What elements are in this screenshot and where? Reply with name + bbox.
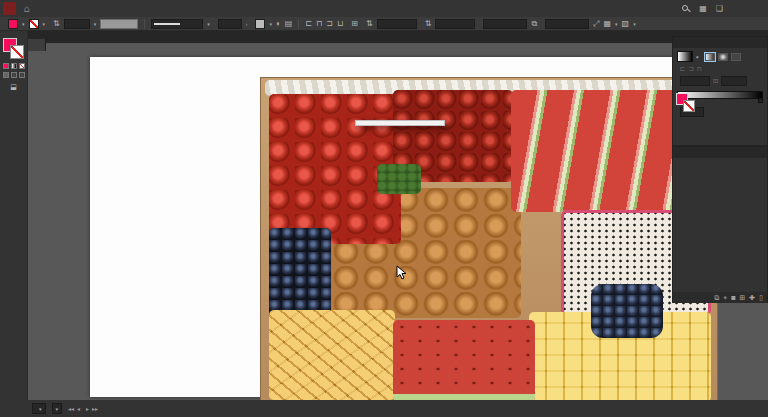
toolbar-stroke-swatch[interactable] [10,45,24,59]
search-icon[interactable] [682,5,690,13]
scale-corners-icon[interactable]: ⤢ [593,19,599,29]
none-mode-button[interactable] [19,63,25,69]
color-mode-button[interactable] [3,63,9,69]
align-right-icon[interactable]: ⊐ [326,19,333,28]
new-layer-icon[interactable]: ✚ [749,294,755,302]
x-stepper-icon[interactable]: ⇅ [366,19,373,28]
draw-behind-button[interactable] [11,72,17,78]
document-setup-icon[interactable]: ◐ [276,19,281,28]
locate-object-icon[interactable]: ⌖ [723,294,727,302]
layer-list [673,158,767,292]
next-artboard-icon[interactable]: ▸ [86,405,89,412]
gradient-fill-stroke-proxy [676,93,696,113]
illustrator-logo-icon [3,2,16,15]
make-clipping-mask-icon[interactable]: ⧉ [714,294,719,302]
gradient-stroke-proxy[interactable] [683,100,695,112]
distribute-icon[interactable]: ⊔ [337,19,343,28]
canvas-area[interactable] [28,43,768,400]
home-icon[interactable]: ⌂ [24,3,30,14]
draw-normal-button[interactable] [3,72,9,78]
stroke-across-icon: ⊓ [697,65,702,73]
gradient-panel: ▾ ⊏ ⊐ ⊓ ⊡ [672,36,768,146]
layers-panel-tabs [673,147,767,158]
style-caret-icon[interactable]: ▾ [269,21,272,27]
stroke-caret-icon[interactable]: ▾ [43,21,46,27]
last-artboard-icon[interactable]: ▸▸ [92,405,98,412]
stroke-stepper-icon[interactable]: ⇅ [53,19,60,28]
first-artboard-icon[interactable]: ◂◂ [68,405,74,412]
transform-options-icon[interactable]: ▦ [604,19,612,28]
stroke-along-icon: ⊐ [688,65,693,73]
zoom-level-dropdown[interactable]: ▾ [32,403,46,414]
stroke-weight-input[interactable] [64,19,90,29]
gradient-thumbnail[interactable] [677,51,693,62]
aspect-ratio-input [721,76,747,86]
stroke-weight-caret-icon[interactable]: ▾ [94,21,97,27]
linear-gradient-button[interactable] [705,53,715,61]
aspect-ratio-icon: ⊡ [713,77,718,85]
gradient-mode-button[interactable] [11,63,17,69]
document-tab-bar [28,31,768,43]
h-input[interactable] [545,19,589,29]
align-left-icon[interactable]: ⊏ [305,19,312,28]
tool-grid [0,31,27,33]
status-bar: ▾ ▾ ◂◂ ◂ ▸ ▸▸ [0,400,768,417]
artboard[interactable] [90,57,702,397]
opacity-input[interactable] [218,19,242,29]
screen-mode-icon[interactable]: ⬓ [0,82,27,92]
fruit-tray-image[interactable] [260,77,718,400]
y-input[interactable] [435,19,475,29]
menu-bar: ⌂ ▦ ❏ [0,0,768,17]
y-stepper-icon[interactable]: ⇅ [425,19,432,28]
fill-stroke-proxy [3,38,25,60]
watermelon-bottom-region [393,320,535,400]
gradient-angle-input [680,76,710,86]
more-caret-icon[interactable]: ▾ [633,21,636,27]
transform-caret-icon[interactable]: ▾ [615,21,618,27]
new-sublayer-icon[interactable]: ⊞ [739,294,745,302]
delete-layer-icon[interactable]: ▯ [759,294,763,302]
tools-panel: ⬓ [0,31,28,400]
leaves-region [377,164,421,194]
opacity-more-icon[interactable]: › [246,21,248,27]
control-bar: ▾ ▾ ⇅ ▾ ▾ › ▾ ◐ ▤ ⊏ ⊓ ⊐ ⊔ ⊞ ⇅ ⇅ ⧉ ⤢ ▦▾ ▧… [0,17,768,31]
width-profile-dropdown[interactable] [100,19,138,29]
radial-gradient-button[interactable] [718,53,728,61]
layers-panel: ⧉ ⌖ ◙ ⊞ ✚ ▯ [672,146,768,303]
brush-dropdown[interactable] [151,19,203,29]
make-mask-icon[interactable]: ◙ [731,294,735,302]
artboard-nav-dropdown[interactable]: ▾ [52,403,63,414]
gradient-thumb-caret-icon[interactable]: ▾ [696,54,699,60]
align-center-icon[interactable]: ⊓ [316,19,322,28]
stroke-color-swatch[interactable] [29,19,39,29]
x-input[interactable] [377,19,417,29]
document-tab[interactable] [28,39,46,51]
freeform-gradient-button[interactable] [731,53,741,61]
gradient-panel-tabs [673,37,767,48]
constrain-link-icon[interactable]: ⧉ [531,19,537,29]
brush-caret-icon[interactable]: ▾ [207,21,210,27]
melon-chunks-region [269,310,395,400]
layers-footer: ⧉ ⌖ ◙ ⊞ ✚ ▯ [673,292,767,303]
fill-color-swatch[interactable] [8,19,18,29]
style-swatch[interactable] [255,19,265,29]
blueberries-right-region [591,284,663,338]
reference-point-icon[interactable]: ⊞ [351,19,358,28]
preferences-icon[interactable]: ▤ [285,19,293,28]
draw-inside-button[interactable] [19,72,25,78]
prev-artboard-icon[interactable]: ◂ [77,405,80,412]
artboard-caret-icon: ▾ [56,406,59,412]
more-options-icon[interactable]: ▧ [622,19,630,28]
zoom-caret-icon: ▾ [39,406,42,412]
w-input[interactable] [483,19,527,29]
arrange-docs-icon[interactable]: ❏ [716,4,723,13]
workspace-grid-icon[interactable]: ▦ [699,4,707,13]
stroke-within-icon: ⊏ [680,65,685,73]
fill-caret-icon[interactable]: ▾ [22,21,25,27]
mouse-cursor-icon [396,265,407,280]
context-menu [355,120,445,126]
gradient-stop-end[interactable] [758,98,763,103]
